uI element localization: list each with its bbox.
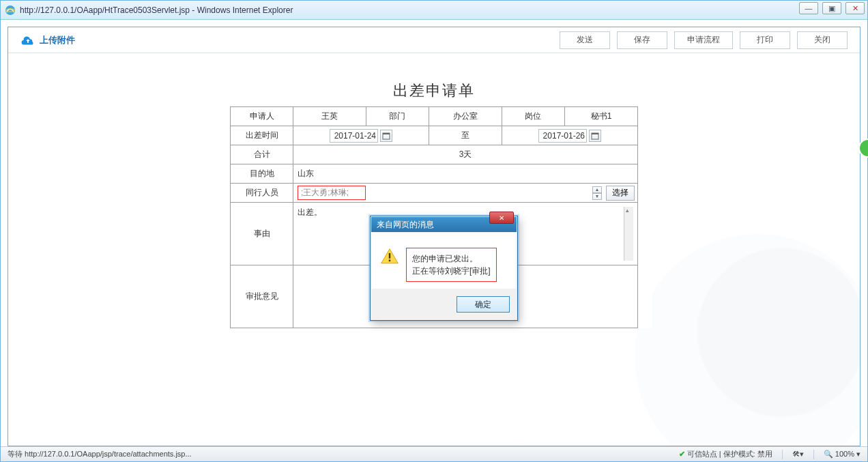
status-trusted: ✔ 可信站点 | 保护模式: 禁用 (679, 449, 772, 459)
maximize-button[interactable]: ▣ (822, 2, 841, 14)
label-reason: 事由 (231, 203, 293, 265)
svg-point-0 (5, 5, 15, 15)
toolbar-buttons: 发送 保存 申请流程 打印 关闭 (560, 31, 848, 49)
label-department: 部门 (366, 107, 429, 126)
window-title: http://127.0.0.1/OAapp/HtTrace0503Servle… (20, 5, 293, 15)
print-button[interactable]: 打印 (740, 31, 790, 49)
send-button[interactable]: 发送 (560, 31, 610, 49)
message-dialog: 来自网页的消息 ✕ 您的申请已发出。 正在等待刘晓宇[审批] 确定 (370, 216, 518, 321)
apply-flow-button[interactable]: 申请流程 (674, 31, 733, 49)
status-bar: 等待 http://127.0.0.1/OAapp/jsp/trace/atta… (1, 446, 867, 461)
upload-attachment-link[interactable]: 上传附件 (20, 34, 75, 46)
svg-rect-6 (389, 253, 390, 259)
label-total: 合计 (231, 145, 293, 164)
date-from-value: 2017-01-24 (334, 131, 376, 141)
select-companions-button[interactable]: 选择 (606, 186, 635, 201)
date-to-value: 2017-01-26 (543, 131, 585, 141)
tools-icon[interactable]: 🛠▾ (792, 450, 804, 459)
close-button[interactable]: 关闭 (797, 31, 848, 49)
label-approval: 审批意见 (231, 265, 293, 328)
cell-date-to: 2017-01-26 (502, 126, 637, 145)
value-department: 办公室 (429, 107, 502, 126)
calendar-icon[interactable] (380, 130, 392, 142)
status-separator (782, 450, 783, 459)
companions-spinner[interactable]: ▴▾ (592, 186, 602, 200)
title-bar: http://127.0.0.1/OAapp/HtTrace0503Servle… (1, 1, 867, 20)
companions-input[interactable]: ;王大勇;林琳; (298, 186, 366, 200)
dialog-footer: 确定 (371, 289, 517, 319)
label-companions: 同行人员 (231, 184, 293, 203)
value-position: 秘书1 (564, 107, 637, 126)
date-from-field[interactable]: 2017-01-24 (330, 129, 378, 143)
status-separator (813, 450, 814, 459)
cell-companions: ;王大勇;林琳; ▴▾ 选择 (293, 184, 638, 203)
dialog-message: 您的申请已发出。 正在等待刘晓宇[审批] (406, 248, 497, 282)
warning-icon (380, 248, 399, 265)
label-to: 至 (429, 126, 502, 145)
value-reason: 出差。 (298, 207, 322, 217)
dialog-line2: 正在等待刘晓宇[审批] (412, 265, 491, 277)
label-travel-time: 出差时间 (231, 126, 293, 145)
page-frame: 上传附件 发送 保存 申请流程 打印 关闭 出差申请单 申请人 王英 部门 (8, 27, 860, 446)
value-total: 3天 (293, 145, 638, 164)
browser-window: http://127.0.0.1/OAapp/HtTrace0503Servle… (0, 0, 868, 462)
status-left-text: 等待 http://127.0.0.1/OAapp/jsp/trace/atta… (8, 449, 192, 459)
dialog-title-bar: 来自网页的消息 ✕ (371, 217, 517, 232)
close-window-button[interactable]: ✕ (845, 2, 865, 14)
label-destination: 目的地 (231, 164, 293, 184)
calendar-icon[interactable] (589, 130, 601, 142)
content-area: 上传附件 发送 保存 申请流程 打印 关闭 出差申请单 申请人 王英 部门 (1, 20, 867, 461)
label-applicant: 申请人 (231, 107, 293, 126)
dialog-body: 您的申请已发出。 正在等待刘晓宇[审批] (372, 233, 516, 289)
svg-rect-5 (592, 133, 598, 134)
dialog-title-text: 来自网页的消息 (377, 219, 434, 231)
form-title: 出差申请单 (216, 81, 652, 101)
dialog-close-button[interactable]: ✕ (489, 212, 514, 224)
svg-rect-3 (383, 133, 390, 134)
save-button[interactable]: 保存 (617, 31, 667, 49)
textarea-scrollbar[interactable] (624, 207, 633, 261)
minimize-button[interactable]: — (799, 2, 818, 14)
window-controls: — ▣ ✕ (799, 2, 865, 14)
status-right: ✔ 可信站点 | 保护模式: 禁用 🛠▾ 🔍 100% ▾ (679, 449, 860, 459)
dialog-ok-button[interactable]: 确定 (457, 296, 510, 313)
value-applicant: 王英 (293, 107, 366, 126)
date-to-field[interactable]: 2017-01-26 (538, 129, 587, 143)
cloud-upload-icon (20, 35, 35, 45)
background-decoration (635, 234, 860, 446)
zoom-control[interactable]: 🔍 100% ▾ (824, 450, 860, 459)
ie-icon (5, 5, 16, 16)
value-destination[interactable]: 山东 (293, 164, 638, 184)
label-position: 岗位 (502, 107, 564, 126)
page-toolbar: 上传附件 发送 保存 申请流程 打印 关闭 (8, 27, 860, 53)
cell-date-from: 2017-01-24 (293, 126, 429, 145)
svg-rect-7 (389, 260, 390, 262)
dialog-line1: 您的申请已发出。 (412, 252, 491, 265)
upload-attachment-label: 上传附件 (40, 34, 75, 46)
